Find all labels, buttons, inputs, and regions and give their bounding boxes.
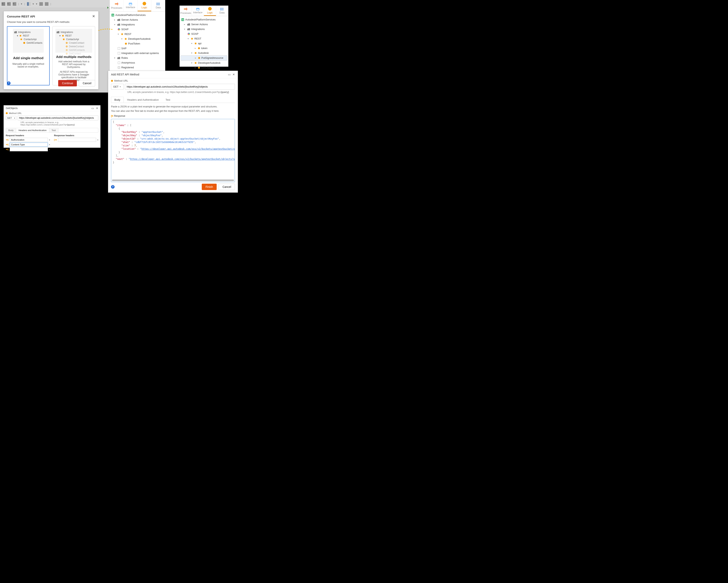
horizontal-scrollbar[interactable] [112,180,234,181]
tab-processes[interactable]: Processes [110,0,124,11]
tree-developer-autodesk[interactable]: ▾DeveloperAutodesk [181,60,227,65]
maximize-button[interactable]: ▭ [228,73,231,76]
tab-data[interactable]: Data [216,6,228,16]
rest-icon [191,37,193,40]
action-icon [125,43,127,45]
tab-headers[interactable]: Headers and Authentication [124,97,162,103]
header-name-input[interactable] [10,142,48,147]
interface-icon [196,8,199,10]
tab-body[interactable]: Body [111,97,124,103]
response-headers-label: Response headers [54,134,98,137]
tab-headers[interactable]: Headers and Authentication [16,128,49,132]
method-url-label: Method URL [114,79,128,82]
out-arrow-icon: [➜ [54,138,57,141]
tree-module[interactable]: ApAutodeskPlatformServices [111,13,164,18]
tab-data[interactable]: Data [151,0,165,11]
finish-button[interactable]: Finish [202,184,217,190]
tab-processes[interactable]: Processes [180,6,192,16]
tree-posttoken[interactable]: PostToken [111,41,164,46]
help-button[interactable]: ? [7,81,10,85]
close-button[interactable]: ✕ [92,14,95,19]
tree-api[interactable]: ▾api [181,41,227,46]
chevron-down-icon: ▾ [120,86,121,88]
in-arrow-icon: ➜] [6,138,8,141]
dialog-title: Consume REST API [7,15,35,18]
tab-logic[interactable]: Logic [204,6,216,16]
tree-registered[interactable]: Registered [111,65,164,70]
tab-interface[interactable]: Interface [124,0,138,11]
tab-logic[interactable]: Logic [138,0,152,11]
data-icon [156,3,160,5]
tree-putsignedresource[interactable]: ▸PutSignedresource [181,55,227,60]
header-name-input[interactable] [10,147,48,151]
card-preview: Integrations ▾REST ContactsApi CreateCon… [55,29,92,53]
card-add-multiple-methods[interactable]: Integrations ▾REST ContactsApi CreateCon… [52,26,95,85]
cancel-button[interactable]: Cancel [79,80,95,86]
tree-module[interactable]: ApAutodeskPlatformServices [181,17,227,22]
http-method-select[interactable]: GET▾ [111,84,124,89]
help-button[interactable]: ? [111,185,114,189]
card-title: Add multiple methods [55,55,92,59]
tab-test[interactable]: Test [162,97,174,103]
module-icon: Ap [181,18,184,21]
tree-integrations[interactable]: ▾Integrations [181,27,227,32]
url-input[interactable] [125,84,235,89]
dialog-title: Add REST API Method [111,73,139,76]
rest-icon [125,38,127,40]
tree-rest[interactable]: ▾REST [181,36,227,41]
consume-rest-api-dialog: Consume REST API ✕ Choose how you want t… [4,11,99,89]
role-icon [118,61,120,64]
tree-rest[interactable]: ▾REST [111,32,164,36]
folder-icon [187,28,190,30]
card-title: Add single method [13,56,44,60]
logic-tree: ApAutodeskPlatformServices ▸Server Actio… [110,11,165,76]
tree-sap[interactable]: SAP [111,46,164,51]
soap-icon [188,33,190,35]
tree-anonymous[interactable]: Anonymous [111,60,164,65]
continue-button[interactable]: Continue [58,80,77,86]
method-url-label: Method URL [9,112,22,114]
module-icon: Ap [111,14,114,17]
tree-server-actions[interactable]: ▸Server Actions [111,18,164,22]
tab-test[interactable]: Test [49,128,58,132]
http-method-select[interactable]: GET▾ [6,116,17,120]
action-icon [66,53,68,55]
header-name-input[interactable] [58,138,96,142]
folder-icon [118,57,120,59]
tree-roles[interactable]: ▾Roles [111,56,164,60]
cancel-button[interactable]: Cancel [219,184,235,190]
tree-soap[interactable]: SOAP [111,27,164,32]
tree-developer-autodesk[interactable]: ▾DeveloperAutodesk [111,36,164,41]
tree-server-actions[interactable]: ▸Server Actions [181,22,227,27]
processes-icon [115,2,119,6]
tree-getobjects[interactable]: ▸GetObjects [181,65,227,70]
in-arrow-icon: ➜] [6,143,8,146]
header-name-input[interactable] [10,138,48,142]
tree-soap[interactable]: SOAP [181,32,227,36]
annotation-arrow [97,28,113,34]
maximize-button[interactable]: ▭ [92,107,94,110]
out-arrow-icon: [➜ [111,114,113,117]
dialog-title: GetObjects [6,107,18,110]
sap-icon [118,47,120,50]
response-body-textarea[interactable]: { "items" : [ { "bucketKey" : "apptestbu… [111,119,235,182]
tab-interface[interactable]: Interface [192,6,204,16]
folder-icon [14,31,17,33]
tab-body[interactable]: Body [6,128,16,132]
tree-token[interactable]: ▸token [181,46,227,51]
rest-icon [62,38,65,41]
close-button[interactable]: ✕ [96,107,98,110]
action-icon [198,47,200,49]
action-icon [23,42,25,44]
rest-icon [194,52,197,54]
tree-external[interactable]: Integration with external systems [111,51,164,56]
tree-autodesk[interactable]: ▾Autodesk [181,51,227,55]
url-input[interactable] [18,115,98,120]
interface-icon [129,3,132,5]
tree-integrations[interactable]: ▾Integrations [111,22,164,27]
method-icon [111,80,113,82]
close-button[interactable]: ✕ [233,73,235,76]
action-icon [66,49,68,51]
card-desc: Manually add a single method based on ex… [10,62,47,68]
card-add-single-method[interactable]: Integrations ▾REST ContactsApi GetAllCon… [7,26,50,85]
